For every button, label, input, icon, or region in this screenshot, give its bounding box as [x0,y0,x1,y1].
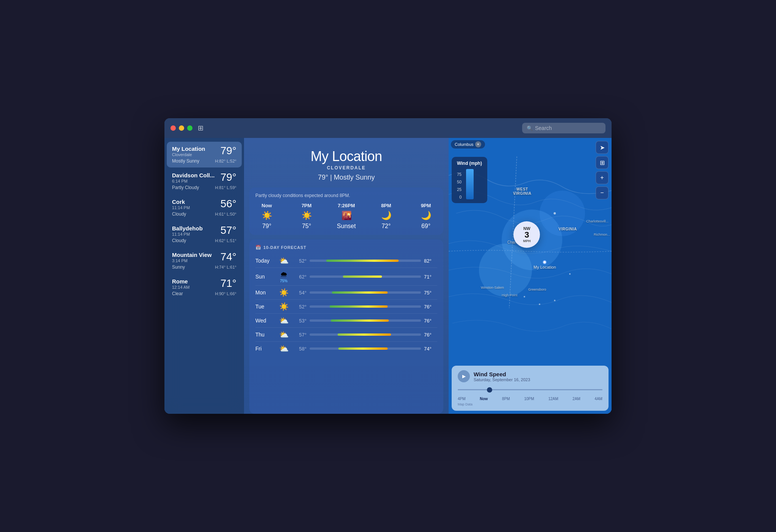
hourly-temp-4: 69° [421,223,430,230]
forecast-day-6: Fri [255,346,274,352]
forecast-hi-3: 76° [424,304,437,310]
forecast-hi-2: 75° [424,290,437,296]
content-area: My Location Cloverdale 79° Mostly Sunny … [164,138,612,414]
forecast-hi-1: 71° [424,274,437,280]
location-dot [543,260,547,264]
forecast-icon-area-5: ⛅ [274,330,293,339]
map-label-west-virginia: WESTVIRGINIA [513,187,531,196]
sidebar-item-3[interactable]: Ballydehob 11:14 PM 57° Cloudy H:62° L:5… [167,221,242,247]
wind-speed-value: 3 [524,231,529,239]
forecast-hi-0: 82° [424,258,437,264]
forecast-icon-area-6: ⛅ [274,344,293,353]
timeline-labels: 4PM Now 8PM 10PM 12AM 2AM 4AM [458,397,602,401]
forecast-card: 📅 10-DAY FORECAST Today ⛅ 52° 82° Sun 🌧 … [249,239,443,414]
forecast-bar-container-5 [310,333,421,336]
hourly-item-4: 9PM 🌙 69° [415,203,437,230]
timeline[interactable] [458,386,602,394]
timeline-label-4am: 4AM [595,397,602,401]
forecast-hi-4: 76° [424,318,437,324]
forecast-bar-4 [331,319,389,322]
sidebar-toggle-button[interactable]: ⊞ [198,124,203,132]
forecast-bar-3 [330,305,388,308]
sidebar-item-time-2: 11:14 PM [172,205,190,210]
zoom-in-button[interactable]: + [596,171,609,184]
app-window: ⊞ 🔍 My Location Cloverdale 79° Mostly Su… [164,118,612,414]
forecast-bar-container-3 [310,305,421,308]
forecast-bar-6 [338,347,387,350]
forecast-day-3: Tue [255,304,274,310]
play-button[interactable]: ▶ [458,370,470,382]
layers-button[interactable]: ⊞ [596,156,609,169]
forecast-row-4: Wed ⛅ 53° 76° [255,314,437,328]
fullscreen-button[interactable] [187,125,192,131]
location-button[interactable]: ➤ [596,141,609,154]
map-panel: Columbus ✕ Wind (mph) 75 50 25 0 [449,138,612,414]
wind-speed-info: Wind Speed Saturday, September 16, 2023 [474,371,530,382]
forecast-row-2: Mon ☀️ 54° 75° [255,286,437,300]
sidebar-item-hl-5: H:90° L:66° [215,291,237,296]
sidebar-item-hl-3: H:62° L:51° [215,238,237,243]
map-label-virginia: VIRGINIA [559,227,577,231]
forecast-icon-area-1: 🌧 75% [274,270,293,283]
forecast-row-1: Sun 🌧 75% 62° 71° [255,268,437,286]
sidebar-item-temp-5: 71° [221,278,236,289]
wind-speed-card: ▶ Wind Speed Saturday, September 16, 202… [452,366,609,411]
search-bar[interactable]: 🔍 [522,123,605,133]
forecast-bar-container-0 [310,260,421,262]
forecast-day-2: Mon [255,289,274,296]
sidebar-item-name-4: Mountain View [172,252,212,258]
wind-speed-date: Saturday, September 16, 2023 [474,377,530,382]
hourly-item-1: 7PM ☀️ 75° [295,203,318,230]
forecast-bar-1 [343,275,382,278]
forecast-header: 📅 10-DAY FORECAST [255,245,437,250]
forecast-icon-area-3: ☀️ [274,302,293,311]
sidebar-item-5[interactable]: Rome 12:14 AM 71° Clear H:90° L:66° [167,274,242,300]
sidebar-item-4[interactable]: Mountain View 3:14 PM 74° Sunny H:74° L:… [167,248,242,274]
sidebar-item-hl-1: H:81° L:59° [215,185,237,190]
sidebar-item-time-4: 3:14 PM [172,258,212,263]
sidebar-item-0[interactable]: My Location Cloverdale 79° Mostly Sunny … [167,142,242,167]
search-input[interactable] [535,125,601,131]
close-button[interactable] [171,125,176,131]
sidebar-item-1[interactable]: Davidson Coll... 6:14 PM 79° Partly Clou… [167,168,242,194]
forecast-row-5: Thu ⛅ 57° 76° [255,328,437,342]
forecast-icon-area-4: ⛅ [274,316,293,325]
sidebar-item-temp-1: 79° [221,172,236,183]
wind-circle: NW 3 MPH [513,221,540,248]
my-location-marker: My Location [534,260,556,269]
sidebar: My Location Cloverdale 79° Mostly Sunny … [164,138,244,414]
forecast-bar-2 [332,291,388,294]
hourly-item-2: 7:26PM 🌇 Sunset [335,203,358,230]
sidebar-item-subname-0: Cloverdale [172,152,205,157]
sidebar-item-temp-4: 74° [221,252,236,262]
timeline-track [458,389,602,390]
map-label-winston-salem: Winston-Salem [481,286,504,289]
hourly-note: Partly cloudy conditions expected around… [255,193,437,198]
forecast-icon-1: 🌧 [280,270,288,279]
forecast-icon-area-0: ⛅ [274,256,293,265]
sidebar-item-name-2: Cork [172,199,190,205]
zoom-out-button[interactable]: − [596,186,609,199]
sidebar-item-name-3: Ballydehob [172,225,203,232]
timeline-thumb [487,387,492,393]
hourly-time-3: 8PM [381,203,391,208]
forecast-icon-6: ⛅ [279,344,289,353]
search-icon: 🔍 [527,125,533,131]
sidebar-item-hl-2: H:61° L:50° [215,212,237,216]
forecast-icon-3: ☀️ [279,302,289,311]
sidebar-item-condition-0: Mostly Sunny [172,158,199,164]
sidebar-item-temp-0: 79° [221,146,236,156]
main-weather-panel: My Location CLOVERDALE 79° | Mostly Sunn… [244,138,449,414]
hourly-temp-2: Sunset [337,223,356,230]
timeline-label-8pm: 8PM [502,397,510,401]
map-label-high-point: High Point [502,293,518,297]
forecast-bar-container-6 [310,347,421,350]
hourly-time-2: 7:26PM [338,203,355,208]
forecast-icon-area-2: ☀️ [274,288,293,297]
hourly-icon-2: 🌇 [341,211,352,221]
minimize-button[interactable] [179,125,184,131]
map-close-button[interactable]: ✕ [475,141,481,147]
timeline-label-2am: 2AM [573,397,580,401]
sidebar-item-2[interactable]: Cork 11:14 PM 56° Cloudy H:61° L:50° [167,195,242,221]
forecast-bar-container-4 [310,319,421,322]
